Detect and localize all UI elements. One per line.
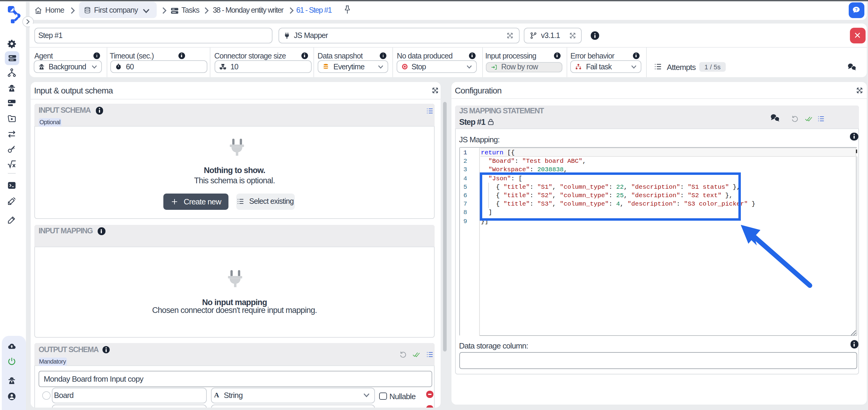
svg-text:?: ?: [855, 7, 858, 12]
